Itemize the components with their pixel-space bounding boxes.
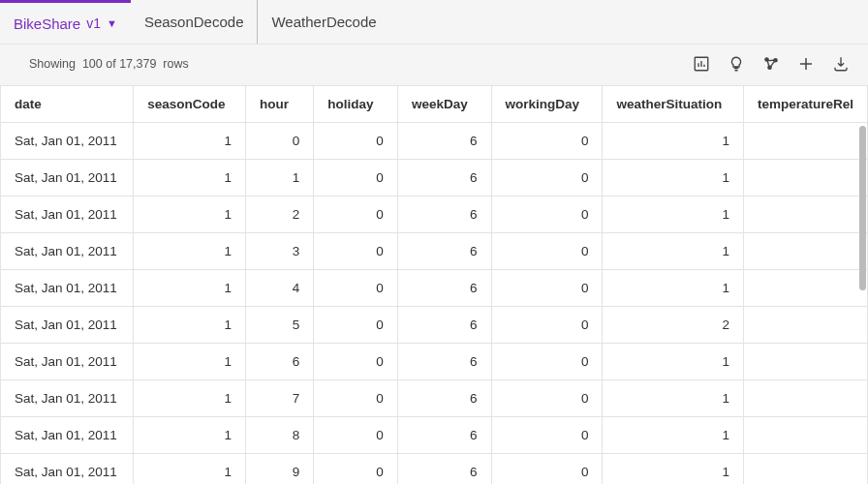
- table-row[interactable]: Sat, Jan 01, 2011110601: [1, 160, 868, 197]
- table-row[interactable]: Sat, Jan 01, 2011190601: [1, 454, 868, 485]
- cell-workingDay: 0: [491, 197, 603, 233]
- cell-workingDay: 0: [491, 344, 603, 380]
- col-header-weathersituation[interactable]: weatherSituation: [603, 86, 743, 123]
- table-row[interactable]: Sat, Jan 01, 2011160601: [1, 344, 868, 380]
- cell-temperatureRel: [743, 380, 867, 417]
- toolbar: [692, 54, 851, 74]
- cell-workingDay: 0: [491, 380, 603, 417]
- cell-weekDay: 6: [397, 197, 491, 233]
- cell-weatherSituation: 1: [603, 123, 743, 160]
- cell-seasonCode: 1: [134, 454, 246, 485]
- tab-label: BikeShare: [14, 15, 80, 32]
- table-row[interactable]: Sat, Jan 01, 2011100601: [1, 123, 868, 160]
- cell-hour: 9: [246, 454, 314, 485]
- cell-temperatureRel: [743, 307, 867, 344]
- cell-temperatureRel: [743, 123, 867, 160]
- scrollbar-thumb[interactable]: [859, 126, 866, 290]
- col-header-hour[interactable]: hour: [246, 86, 314, 123]
- cell-holiday: 0: [314, 160, 398, 197]
- cell-date: Sat, Jan 01, 2011: [1, 233, 134, 270]
- cell-weatherSituation: 1: [603, 160, 743, 197]
- table-row[interactable]: Sat, Jan 01, 2011180601: [1, 417, 868, 454]
- cell-workingDay: 0: [491, 160, 603, 197]
- chart-icon[interactable]: [692, 54, 711, 74]
- cell-hour: 0: [246, 123, 314, 160]
- cell-temperatureRel: [743, 454, 867, 485]
- table-row[interactable]: Sat, Jan 01, 2011170601: [1, 380, 868, 417]
- lightbulb-icon[interactable]: [727, 54, 746, 74]
- cell-date: Sat, Jan 01, 2011: [1, 123, 134, 160]
- cell-seasonCode: 1: [134, 380, 246, 417]
- table-row[interactable]: Sat, Jan 01, 2011130601: [1, 233, 868, 270]
- col-header-date[interactable]: date: [1, 86, 134, 123]
- tab-weatherdecode[interactable]: WeatherDecode: [258, 0, 389, 44]
- table-scroll[interactable]: date seasonCode hour holiday weekDay wor…: [0, 85, 868, 484]
- cell-seasonCode: 1: [134, 197, 246, 233]
- cell-workingDay: 0: [491, 454, 603, 485]
- cell-seasonCode: 1: [134, 123, 246, 160]
- cell-date: Sat, Jan 01, 2011: [1, 344, 134, 380]
- cell-weatherSituation: 2: [603, 307, 743, 344]
- cell-workingDay: 0: [491, 417, 603, 454]
- cell-date: Sat, Jan 01, 2011: [1, 380, 134, 417]
- cell-hour: 1: [246, 160, 314, 197]
- cell-weatherSituation: 1: [603, 270, 743, 307]
- cell-workingDay: 0: [491, 270, 603, 307]
- tab-bar: BikeShare v1 ▼ SeasonDecode WeatherDecod…: [0, 0, 868, 45]
- cell-seasonCode: 1: [134, 270, 246, 307]
- col-header-holiday[interactable]: holiday: [314, 86, 398, 123]
- cell-weekDay: 6: [397, 123, 491, 160]
- cell-hour: 2: [246, 197, 314, 233]
- cell-holiday: 0: [314, 344, 398, 380]
- cell-date: Sat, Jan 01, 2011: [1, 454, 134, 485]
- cell-temperatureRel: [743, 270, 867, 307]
- cell-weatherSituation: 1: [603, 417, 743, 454]
- cell-hour: 6: [246, 344, 314, 380]
- download-icon[interactable]: [831, 54, 851, 74]
- tab-seasondecode[interactable]: SeasonDecode: [131, 0, 259, 44]
- cell-holiday: 0: [314, 380, 398, 417]
- table-body: Sat, Jan 01, 2011100601Sat, Jan 01, 2011…: [1, 123, 868, 485]
- cell-date: Sat, Jan 01, 2011: [1, 307, 134, 344]
- tab-label: SeasonDecode: [144, 14, 244, 30]
- col-header-weekday[interactable]: weekDay: [397, 86, 491, 123]
- cell-weatherSituation: 1: [603, 344, 743, 380]
- cell-date: Sat, Jan 01, 2011: [1, 160, 134, 197]
- cell-weatherSituation: 1: [603, 197, 743, 233]
- cell-holiday: 0: [314, 123, 398, 160]
- row-count-text: Showing 100 of 17,379 rows: [29, 57, 189, 71]
- cell-date: Sat, Jan 01, 2011: [1, 197, 134, 233]
- cell-workingDay: 0: [491, 123, 603, 160]
- caret-down-icon[interactable]: ▼: [107, 17, 117, 29]
- col-header-temperaturerel[interactable]: temperatureRel: [743, 86, 867, 123]
- table-row[interactable]: Sat, Jan 01, 2011140601: [1, 270, 868, 307]
- table-wrap: date seasonCode hour holiday weekDay wor…: [0, 85, 868, 484]
- cell-holiday: 0: [314, 417, 398, 454]
- cell-weekDay: 6: [397, 160, 491, 197]
- cell-seasonCode: 1: [134, 307, 246, 344]
- cell-weekDay: 6: [397, 307, 491, 344]
- cell-seasonCode: 1: [134, 344, 246, 380]
- cell-seasonCode: 1: [134, 417, 246, 454]
- sub-bar: Showing 100 of 17,379 rows: [0, 45, 868, 85]
- cell-temperatureRel: [743, 160, 867, 197]
- cell-holiday: 0: [314, 307, 398, 344]
- cell-weekDay: 6: [397, 454, 491, 485]
- cell-weatherSituation: 1: [603, 454, 743, 485]
- col-header-seasoncode[interactable]: seasonCode: [134, 86, 246, 123]
- table-row[interactable]: Sat, Jan 01, 2011120601: [1, 197, 868, 233]
- tab-bikeshare[interactable]: BikeShare v1 ▼: [0, 0, 131, 44]
- cell-holiday: 0: [314, 233, 398, 270]
- cell-workingDay: 0: [491, 233, 603, 270]
- col-header-workingday[interactable]: workingDay: [491, 86, 603, 123]
- cell-hour: 5: [246, 307, 314, 344]
- plus-icon[interactable]: [796, 54, 816, 74]
- graph-icon[interactable]: [761, 54, 781, 74]
- cell-weekDay: 6: [397, 417, 491, 454]
- cell-hour: 4: [246, 270, 314, 307]
- cell-temperatureRel: [743, 233, 867, 270]
- cell-hour: 3: [246, 233, 314, 270]
- cell-temperatureRel: [743, 344, 867, 380]
- cell-weatherSituation: 1: [603, 380, 743, 417]
- table-row[interactable]: Sat, Jan 01, 2011150602: [1, 307, 868, 344]
